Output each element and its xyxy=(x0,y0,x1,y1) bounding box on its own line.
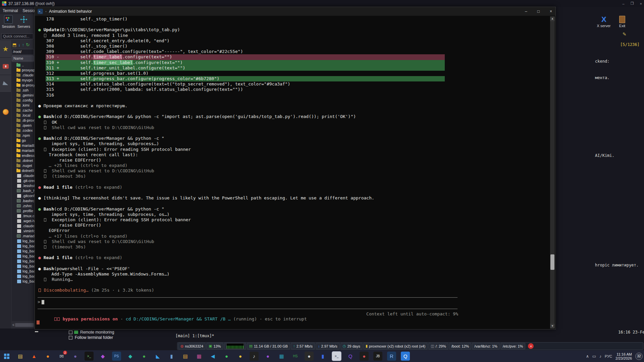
taskbar-icon-start[interactable] xyxy=(2,352,11,361)
file-list-item[interactable]: .nuget xyxy=(12,163,35,168)
volume-icon[interactable]: ♪ xyxy=(599,354,601,359)
stat-cell[interactable]: ▤11.14 GB / 31.00 GB xyxy=(247,343,290,349)
file-list-item[interactable]: mariadb-c xyxy=(12,148,35,153)
file-list-item[interactable]: .local xyxy=(12,113,35,118)
taskbar-icon-brave-browser[interactable]: ▲ xyxy=(30,352,39,361)
session-button[interactable]: Session xyxy=(1,15,16,28)
file-list-item[interactable]: .cache xyxy=(12,108,35,113)
stat-cell[interactable]: /etc/pve: 1% xyxy=(500,343,526,349)
xserver-button[interactable]: X X server xyxy=(595,15,612,28)
file-list-item[interactable]: .qwen xyxy=(12,123,35,128)
file-list-item[interactable]: .npm xyxy=(12,133,35,138)
tab-tools[interactable] xyxy=(0,58,11,75)
taskbar-icon-app-purple-circle[interactable]: ● xyxy=(263,352,272,361)
download-icon[interactable]: ↓ xyxy=(18,42,20,47)
file-list-item[interactable]: .profile xyxy=(12,208,35,213)
window-titlebar[interactable]: >_ · Animation field behavior xyxy=(35,7,555,16)
file-list-item[interactable]: .wget-hs xyxy=(12,218,35,223)
quick-connect-input[interactable]: Quick connect... xyxy=(1,34,33,39)
taskbar-icon-vscode[interactable]: ◣ xyxy=(153,352,162,361)
taskbar-icon-app-violet[interactable]: ● xyxy=(71,352,80,361)
scrollbar-thumb[interactable] xyxy=(550,254,554,270)
file-list-item[interactable]: myvpn xyxy=(12,77,35,82)
file-list-item[interactable]: log_backu xyxy=(12,263,35,268)
stat-cell[interactable]: ◍ns3063324 xyxy=(178,343,206,349)
file-list-item[interactable]: .config xyxy=(12,98,35,103)
servers-button[interactable]: Servers xyxy=(16,15,32,28)
file-list-item[interactable]: log_backu xyxy=(12,258,35,263)
file-list-item[interactable]: log_backu xyxy=(12,238,35,243)
file-list-item[interactable]: .codex xyxy=(12,128,35,133)
taskbar-icon-app-green-circle[interactable]: ● xyxy=(140,352,149,361)
file-list-item[interactable]: .claude.js xyxy=(12,223,35,228)
moba-minimize-button[interactable]: – xyxy=(623,2,625,6)
file-list-item[interactable]: go xyxy=(12,138,35,143)
file-list-item[interactable]: log_backu xyxy=(12,268,35,274)
stat-cell[interactable]: ◷29 days xyxy=(340,343,363,349)
stat-cell[interactable]: /var/lib/vz: 1% xyxy=(472,343,499,349)
taskbar-icon-app-r[interactable]: R xyxy=(387,352,396,361)
file-list-item[interactable]: .git-crede xyxy=(12,178,35,183)
hidden-icons-chevron[interactable]: ∧ xyxy=(586,354,589,359)
taskbar-icon-chrome[interactable]: ● xyxy=(236,352,245,361)
taskbar-icon-terminal-blue[interactable]: ▮ xyxy=(167,352,176,361)
file-list-item[interactable]: .lesshst xyxy=(12,183,35,188)
file-list-item[interactable]: .claude.j xyxy=(12,173,35,178)
keyboard-language[interactable]: РУС xyxy=(605,354,612,358)
window-close-button[interactable]: × xyxy=(550,9,552,14)
folder-up-icon[interactable]: ⬒ xyxy=(12,42,16,47)
file-list-item[interactable]: .ssh xyxy=(12,87,35,93)
scroll-left-arrow[interactable]: < xyxy=(12,323,15,327)
taskbar-icon-terminal-dark[interactable]: >_ xyxy=(85,352,94,361)
refresh-icon[interactable]: ↻ xyxy=(26,42,30,47)
taskbar-icon-file-explorer[interactable]: ▤ xyxy=(16,352,25,361)
file-list-item[interactable]: .mariadb xyxy=(12,233,35,238)
taskbar-icon-folder-app[interactable]: ▤ xyxy=(181,352,190,361)
file-list-item[interactable]: log_backu xyxy=(12,253,35,258)
stat-cell[interactable]: × xyxy=(526,343,536,349)
file-list-item[interactable]: .bashrc xyxy=(12,198,35,203)
file-list-item[interactable]: .. xyxy=(12,62,35,67)
follow-terminal-folder-label[interactable]: Follow terminal folder xyxy=(75,335,113,340)
current-path-field[interactable]: /root/ xyxy=(12,49,34,55)
taskbar-icon-quicklook[interactable]: Q xyxy=(401,352,410,361)
stat-cell[interactable]: ▮proxmoxer (x2) robot (x2) root (x4) xyxy=(363,343,428,349)
taskbar-icon-mail-app[interactable]: ✉2 xyxy=(57,352,66,361)
taskbar-icon-app-cyan-grid[interactable]: ▦ xyxy=(277,352,286,361)
taskbar-icon-app-blue-bar[interactable]: ▮ xyxy=(318,352,327,361)
stats-close-icon[interactable]: × xyxy=(528,343,534,349)
taskbar-icon-app-magenta[interactable]: ◆ xyxy=(98,352,107,361)
file-list-item[interactable]: .di-proxy xyxy=(12,118,35,123)
file-list-item[interactable]: log_backu xyxy=(12,248,35,253)
taskbar-icon-app-red-dot[interactable]: ● xyxy=(360,352,369,361)
display-icon[interactable]: ▭ xyxy=(592,354,596,359)
hscroll-thumb[interactable] xyxy=(15,323,34,327)
file-list-item[interactable]: .tmux.co xyxy=(12,213,35,218)
scroll-up-arrow[interactable]: ▲ xyxy=(550,16,555,21)
taskbar-clock[interactable]: 11:16 AM 2/23/2026 xyxy=(615,352,632,360)
stat-cell[interactable]: ↑2.57 Mb/s xyxy=(291,343,315,349)
file-list-item[interactable]: .dotnet xyxy=(12,158,35,163)
file-list-item[interactable]: log_backu xyxy=(12,274,35,279)
stat-cell[interactable]: ▣13% xyxy=(206,343,223,349)
file-list-hscrollbar[interactable]: < xyxy=(12,323,34,327)
taskbar-icon-whatsapp[interactable]: ● xyxy=(222,352,231,361)
tab-network[interactable] xyxy=(0,103,11,121)
stat-cell[interactable]: ↓2.97 Mb/s xyxy=(316,343,340,349)
file-list-item[interactable]: .gemini xyxy=(12,93,35,98)
file-list-item[interactable]: .claude xyxy=(12,72,35,77)
notification-badge[interactable]: 32 xyxy=(635,353,643,360)
window-minimize-button[interactable]: – xyxy=(525,9,527,14)
file-list-item[interactable]: dotnet9 xyxy=(12,168,35,173)
taskbar-icon-music-app[interactable]: ♪ xyxy=(250,352,259,361)
name-column-header[interactable]: Name xyxy=(12,56,34,61)
tab-macros[interactable] xyxy=(0,75,11,93)
file-list-item[interactable]: .zshrc xyxy=(12,203,35,208)
moba-close-button[interactable]: × xyxy=(640,2,642,6)
file-list-item[interactable]: endlessh xyxy=(12,153,35,158)
window-scrollbar[interactable]: ▲ ▼ xyxy=(550,16,555,328)
file-list-item[interactable]: .kimi xyxy=(12,103,35,108)
taskbar-icon-active-terminal-window[interactable]: >_ xyxy=(332,352,341,361)
taskbar-icon-firefox-browser[interactable]: ● xyxy=(43,352,52,361)
stat-cell[interactable] xyxy=(224,343,246,349)
